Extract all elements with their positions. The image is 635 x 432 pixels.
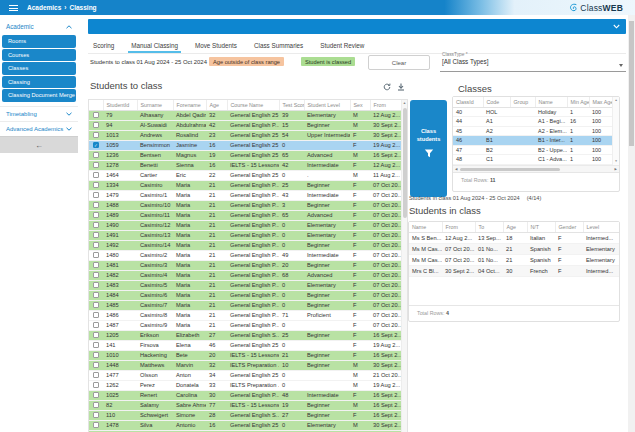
table-row[interactable]: 1488Casimiro/10Maria21General English P.… <box>89 200 402 210</box>
chevron-down-icon[interactable] <box>613 24 620 29</box>
column-header[interactable]: Code <box>483 97 510 107</box>
table-row[interactable]: 1464CartierEric22General English 250.M11… <box>89 170 402 180</box>
sidebar-section-timetabling[interactable]: Timetabling <box>0 106 78 120</box>
table-row[interactable]: 1479Casimiro/1Maria21General English P..… <box>89 190 402 200</box>
column-header[interactable]: Age <box>503 222 527 232</box>
clear-button[interactable]: Clear <box>368 55 430 70</box>
table-row[interactable]: 1482Casimiro/4Maria21General English P..… <box>89 270 402 280</box>
sidebar-item-classing-document-merge[interactable]: Classing Document Merge <box>2 89 76 102</box>
page-scrollbar-thumb[interactable] <box>629 21 634 146</box>
table-row[interactable]: Ms M Cas...07 Oct 20...01 No...21Spanish… <box>409 243 619 254</box>
hamburger-menu-icon[interactable] <box>9 5 18 11</box>
table-row[interactable]: 1477OlssonAnton34General English 250M21 … <box>89 370 402 380</box>
row-checkbox[interactable] <box>93 192 99 198</box>
column-header[interactable]: Student Level <box>304 100 350 110</box>
refresh-icon[interactable] <box>383 83 391 91</box>
table-row[interactable]: 45A2A2 - Elem...1100 <box>453 126 612 136</box>
table-row[interactable]: 1013AndrewsRosalind23General English 255… <box>89 130 402 140</box>
sidebar-item-courses[interactable]: Courses <box>2 49 76 62</box>
column-header[interactable]: Max Age <box>589 97 612 107</box>
tab-manual-classing[interactable]: Manual Classing <box>128 38 181 53</box>
sidebar-section-advanced-academics[interactable]: Advanced Academics <box>0 121 78 135</box>
row-checkbox[interactable] <box>93 332 99 338</box>
row-checkbox[interactable] <box>93 282 99 288</box>
row-checkbox[interactable] <box>93 242 99 248</box>
table-row[interactable]: 1448MatthewsMarvin32IELTS Preparation ..… <box>89 360 402 370</box>
row-checkbox[interactable] <box>93 232 99 238</box>
tab-student-review[interactable]: Student Review <box>317 38 367 53</box>
table-row[interactable]: Ms M Cas...07 Oct 20...01 No...21Spanish… <box>409 254 619 265</box>
row-checkbox[interactable] <box>93 262 99 268</box>
panel-header-bar[interactable] <box>88 19 626 34</box>
scroll-down-arrow-icon[interactable]: ▼ <box>613 158 619 165</box>
table-row[interactable]: 1486Casimiro/8Maria21General English P..… <box>89 310 402 320</box>
table-row[interactable]: 1262PerezDonatela33IELTS Preparation ...… <box>89 380 402 390</box>
table-row[interactable]: 1010HackeningBete20IELTS - 15 Lessons...… <box>89 350 402 360</box>
row-checkbox[interactable] <box>93 402 99 408</box>
table-row[interactable]: 1483Casimiro/5Maria21General English P..… <box>89 280 402 290</box>
table-row[interactable]: 110SchweigertSimone28General English S..… <box>89 410 402 420</box>
sidebar-item-classes[interactable]: Classes <box>2 62 76 75</box>
download-icon[interactable] <box>397 83 405 91</box>
tab-class-summaries[interactable]: Class Summaries <box>251 38 306 53</box>
table-row[interactable]: 40HOLHoliday1100 <box>453 107 612 117</box>
table-row[interactable]: 1278BenettiSienna16IELTS - 15 Lessons...… <box>89 160 402 170</box>
row-checkbox[interactable] <box>93 182 99 188</box>
table-row[interactable]: 1489Casimiro/11Maria21General English P.… <box>89 210 402 220</box>
column-header[interactable]: From <box>442 222 475 232</box>
sidebar-item-classing[interactable]: Classing <box>2 76 76 89</box>
scroll-up-arrow-icon[interactable]: ▲ <box>613 97 619 104</box>
table-row[interactable]: 1492Casimiro/14Maria21General English P.… <box>89 240 402 250</box>
table-row[interactable]: 1491Casimiro/13Maria21General English P.… <box>89 230 402 240</box>
row-checkbox[interactable] <box>93 382 99 388</box>
row-checkbox[interactable] <box>93 362 99 368</box>
column-header[interactable]: Forename <box>173 100 206 110</box>
table-row[interactable]: 79AlhasanyAbdel Qadir Is...32General Eng… <box>89 110 402 120</box>
table-row[interactable]: 46B1B1 - Inter...1100 <box>453 136 612 146</box>
table-row[interactable]: 1236BentsenMagnus19General English 2565A… <box>89 150 402 160</box>
column-header[interactable]: Surname <box>137 100 173 110</box>
sidebar-item-rooms[interactable]: Rooms <box>2 35 76 48</box>
row-checkbox[interactable] <box>93 222 99 228</box>
page-scrollbar[interactable] <box>628 15 635 432</box>
breadcrumb-academics-link[interactable]: Academics <box>27 4 61 11</box>
row-checkbox[interactable]: ✓ <box>93 142 99 148</box>
table-row[interactable]: 44A1A1 - Begi...16100 <box>453 117 612 127</box>
table-row[interactable]: Mrs C Bl...30 Sept 2...04 Oct...30French… <box>409 265 619 276</box>
column-header[interactable]: Test Score <box>279 100 304 110</box>
scrollbar-thumb[interactable] <box>403 108 407 218</box>
column-header[interactable]: From <box>370 100 402 110</box>
column-header[interactable]: Group <box>510 97 535 107</box>
table-row[interactable]: 1205EriksonElizabeth27General English S.… <box>89 330 402 340</box>
row-checkbox[interactable] <box>93 202 99 208</box>
table-row[interactable]: 1334CasimiroMaria21General English P...2… <box>89 180 402 190</box>
table-row[interactable]: 1480Casimiro/2Maria21General English P..… <box>89 250 402 260</box>
row-checkbox[interactable] <box>93 352 99 358</box>
row-checkbox[interactable] <box>93 252 99 258</box>
column-header[interactable]: Min Age <box>567 97 589 107</box>
table-row[interactable]: 1484Casimiro/6Maria21General English P..… <box>89 290 402 300</box>
row-checkbox[interactable] <box>93 112 99 118</box>
table-row[interactable]: 141FirsovaElena46General English 250F19 … <box>89 340 402 350</box>
tab-move-students[interactable]: Move Students <box>192 38 240 53</box>
row-checkbox[interactable] <box>93 172 99 178</box>
row-checkbox[interactable] <box>93 162 99 168</box>
column-header[interactable]: StudentId <box>103 100 137 110</box>
column-header[interactable]: Sex <box>350 100 370 110</box>
table-row[interactable]: 1025RenertCarolina30General English P...… <box>89 390 402 400</box>
table-row[interactable]: 1481Casimiro/3Maria21General English P..… <box>89 260 402 270</box>
table-row[interactable]: Ms S Ben...12 Aug 2...13 Sep...18Italian… <box>409 232 619 243</box>
row-checkbox[interactable] <box>93 392 99 398</box>
row-checkbox[interactable] <box>93 312 99 318</box>
row-checkbox[interactable] <box>93 342 99 348</box>
scrollbar-thumb[interactable] <box>460 168 560 172</box>
classtype-select[interactable]: ClassType * [All Class Types] <box>440 51 626 72</box>
grid-vertical-scrollbar[interactable]: ▲ <box>401 100 407 432</box>
column-header[interactable]: To <box>475 222 503 232</box>
row-checkbox[interactable] <box>93 122 99 128</box>
table-row[interactable]: 1478SilvaAntonio16General English 250Ele… <box>89 420 402 430</box>
row-checkbox[interactable] <box>93 272 99 278</box>
row-checkbox[interactable] <box>93 132 99 138</box>
row-checkbox[interactable] <box>93 322 99 328</box>
table-row[interactable]: 48C1C1 - Adva...1100 <box>453 155 612 165</box>
